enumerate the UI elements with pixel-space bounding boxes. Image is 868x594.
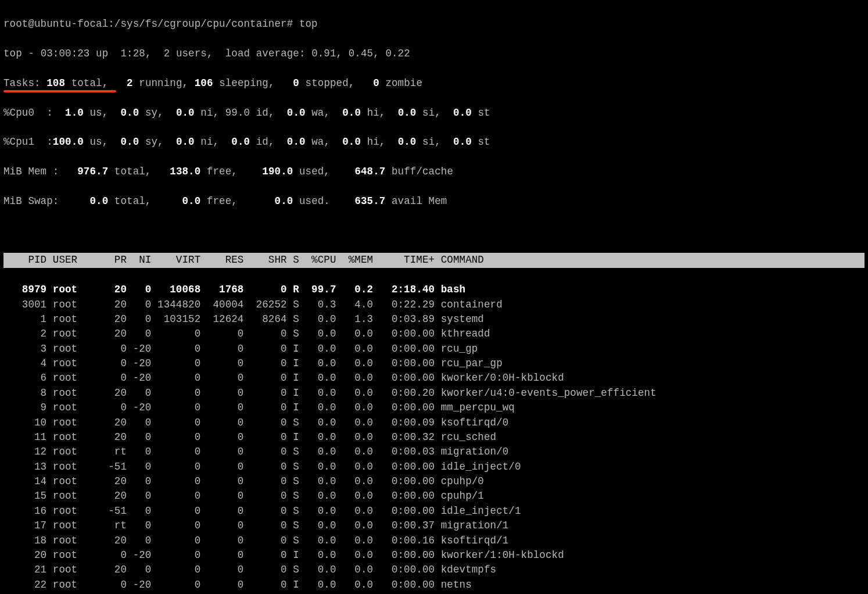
process-row: 20 root 0 -20 0 0 0 I 0.0 0.0 0:00.00 kw… [3, 548, 865, 563]
summary-uptime: top - 03:00:23 up 1:28, 2 users, load av… [3, 46, 865, 61]
process-row: 3 root 0 -20 0 0 0 I 0.0 0.0 0:00.00 rcu… [3, 342, 865, 356]
process-row: 22 root 0 -20 0 0 0 I 0.0 0.0 0:00.00 ne… [3, 578, 865, 592]
process-row: 8 root 20 0 0 0 0 I 0.0 0.0 0:00.20 kwor… [3, 386, 865, 400]
process-row: 14 root 20 0 0 0 0 S 0.0 0.0 0:00.00 cpu… [3, 474, 865, 489]
terminal[interactable]: root@ubuntu-focal:/sys/fs/cgroup/cpu/con… [0, 0, 868, 594]
prompt-line: root@ubuntu-focal:/sys/fs/cgroup/cpu/con… [3, 17, 865, 31]
annotation-underline [3, 90, 116, 92]
process-row: 1 root 20 0 103152 12624 8264 S 0.0 1.3 … [3, 312, 865, 327]
process-row: 2 root 20 0 0 0 0 S 0.0 0.0 0:00.00 kthr… [3, 327, 865, 341]
shell-prompt: root@ubuntu-focal:/sys/fs/cgroup/cpu/con… [3, 18, 299, 30]
process-row: 4 root 0 -20 0 0 0 I 0.0 0.0 0:00.00 rcu… [3, 356, 865, 371]
process-header: PID USER PR NI VIRT RES SHR S %CPU %MEM … [3, 253, 865, 267]
process-row: 13 root -51 0 0 0 0 S 0.0 0.0 0:00.00 id… [3, 460, 865, 474]
summary-cpu0: %Cpu0 : 1.0 us, 0.0 sy, 0.0 ni, 99.0 id,… [3, 106, 865, 120]
command: top [299, 18, 318, 30]
summary-mem: MiB Mem : 976.7 total, 138.0 free, 190.0… [3, 164, 865, 179]
process-row: 15 root 20 0 0 0 0 S 0.0 0.0 0:00.00 cpu… [3, 489, 865, 503]
process-row: 9 root 0 -20 0 0 0 I 0.0 0.0 0:00.00 mm_… [3, 400, 865, 415]
process-row: 18 root 20 0 0 0 0 S 0.0 0.0 0:00.16 kso… [3, 534, 865, 548]
summary-cpu1: %Cpu1 :100.0 us, 0.0 sy, 0.0 ni, 0.0 id,… [3, 135, 865, 149]
process-row: 6 root 0 -20 0 0 0 I 0.0 0.0 0:00.00 kwo… [3, 371, 865, 385]
summary-swap: MiB Swap: 0.0 total, 0.0 free, 0.0 used.… [3, 194, 865, 209]
process-row: 17 root rt 0 0 0 0 S 0.0 0.0 0:00.37 mig… [3, 518, 865, 533]
summary-tasks: Tasks: 108 total, 2 running, 106 sleepin… [3, 76, 865, 91]
process-row: 16 root -51 0 0 0 0 S 0.0 0.0 0:00.00 id… [3, 504, 865, 518]
process-row: 3001 root 20 0 1344820 40004 26252 S 0.3… [3, 298, 865, 312]
process-row: 21 root 20 0 0 0 0 S 0.0 0.0 0:00.00 kde… [3, 563, 865, 577]
blank-line [3, 224, 865, 238]
process-row: 10 root 20 0 0 0 0 S 0.0 0.0 0:00.09 kso… [3, 416, 865, 430]
process-row: 11 root 20 0 0 0 0 I 0.0 0.0 0:00.32 rcu… [3, 430, 865, 445]
process-row: 12 root rt 0 0 0 0 S 0.0 0.0 0:00.03 mig… [3, 445, 865, 459]
process-row: 8979 root 20 0 10068 1768 0 R 99.7 0.2 2… [3, 282, 865, 297]
process-list: 8979 root 20 0 10068 1768 0 R 99.7 0.2 2… [3, 282, 865, 592]
